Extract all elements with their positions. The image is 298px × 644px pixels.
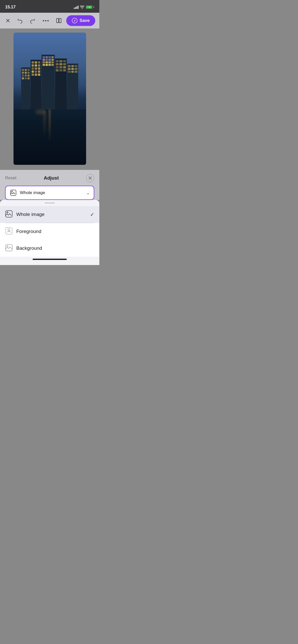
svg-point-9 <box>7 212 8 213</box>
save-label: Save <box>79 18 90 23</box>
whole-image-label: Whole image <box>16 212 87 217</box>
menu-item-background[interactable]: Background <box>0 240 99 257</box>
status-icons: ⚡ <box>74 5 94 9</box>
signal-bars-icon <box>74 5 78 9</box>
home-bar <box>33 259 67 260</box>
water-reflection <box>13 109 86 165</box>
area-dropdown[interactable]: Whole image ⌄ <box>5 186 94 200</box>
status-bar: 15.17 ⚡ <box>0 0 99 13</box>
svg-point-13 <box>7 246 8 247</box>
status-time: 15.17 <box>5 5 16 10</box>
close-x-icon <box>88 176 92 180</box>
handle-bar <box>45 202 55 203</box>
svg-point-7 <box>11 191 12 192</box>
whole-image-menu-icon <box>5 210 13 219</box>
close-button[interactable] <box>4 17 12 24</box>
toolbar-right: Save <box>55 15 95 26</box>
svg-rect-12 <box>6 244 12 251</box>
home-indicator <box>0 257 99 265</box>
image-area <box>0 28 99 170</box>
menu-item-foreground[interactable]: Foreground <box>0 223 99 240</box>
undo-button[interactable] <box>16 17 24 24</box>
buildings-silhouette <box>13 55 86 109</box>
menu-item-whole-image[interactable]: Whole image ✓ <box>0 206 99 223</box>
foreground-label: Foreground <box>16 229 94 234</box>
svg-rect-6 <box>10 190 16 196</box>
close-panel-button[interactable] <box>86 174 94 182</box>
adjust-header: Reset Adjust <box>5 174 94 182</box>
three-dots-icon <box>43 20 49 21</box>
svg-rect-3 <box>59 19 61 23</box>
svg-rect-2 <box>57 19 59 23</box>
compare-button[interactable] <box>55 17 63 24</box>
chevron-down-icon: ⌄ <box>86 191 90 195</box>
whole-image-icon <box>10 189 17 196</box>
reset-button[interactable]: Reset <box>5 175 16 181</box>
toolbar: Save <box>0 13 99 28</box>
save-check-icon <box>72 18 77 23</box>
sheet-handle <box>0 200 99 206</box>
svg-rect-8 <box>6 211 12 217</box>
selected-checkmark: ✓ <box>90 212 94 217</box>
wifi-icon <box>80 6 84 9</box>
bottom-panel: Reset Adjust Whole image ⌄ <box>0 170 99 200</box>
background-label: Background <box>16 245 94 251</box>
adjust-title: Adjust <box>44 175 59 181</box>
svg-point-11 <box>8 229 10 231</box>
photo-frame <box>13 33 86 165</box>
redo-button[interactable] <box>29 17 36 24</box>
more-options-button[interactable] <box>42 19 50 22</box>
dropdown-menu: Whole image ✓ Foreground Background <box>0 200 99 265</box>
photo-background <box>13 33 86 165</box>
save-button[interactable]: Save <box>66 15 95 26</box>
foreground-menu-icon <box>5 227 13 236</box>
background-menu-icon <box>5 244 13 253</box>
toolbar-left <box>4 17 36 24</box>
battery-icon: ⚡ <box>86 5 94 9</box>
dropdown-label: Whole image <box>20 190 83 195</box>
toolbar-center <box>40 19 51 22</box>
